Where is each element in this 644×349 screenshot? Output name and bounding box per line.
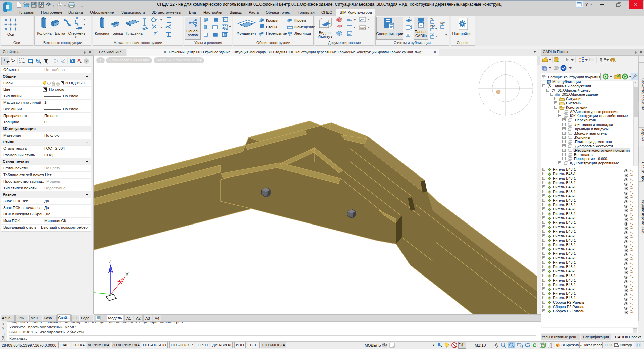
svg-text:Z: Z [109,258,112,264]
svg-text:X: X [125,271,129,277]
svg-text:DWG: DWG [360,27,366,29]
svg-text:PDF: PDF [430,24,435,28]
svg-text:?: ? [85,59,88,63]
svg-text:e: e [548,80,550,83]
svg-text:NW: NW [440,22,445,25]
